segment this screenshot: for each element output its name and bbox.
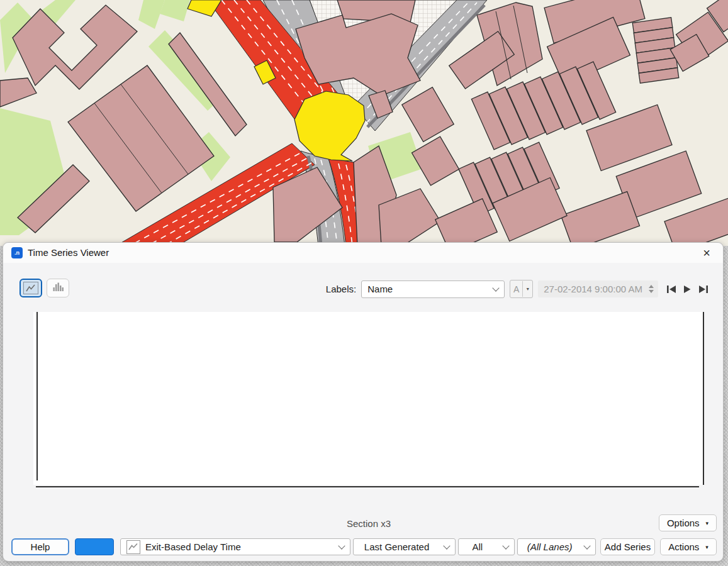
chart-plot-area[interactable] xyxy=(33,312,704,485)
line-chart-icon xyxy=(23,282,38,294)
chevron-down-icon xyxy=(338,542,345,549)
close-icon[interactable]: × xyxy=(698,244,715,262)
chevron-down-icon xyxy=(502,542,509,549)
actions-button[interactable]: Actions ▾ xyxy=(660,538,717,555)
spin-up-icon[interactable] xyxy=(649,285,654,288)
map-view[interactable] xyxy=(0,0,728,246)
toolbar-right: Labels: Name A ▾ 27-02-2014 9:00:00 AM xyxy=(326,280,709,298)
series-color-swatch-button[interactable] xyxy=(75,538,114,555)
time-series-viewer-dialog: .n Time Series Viewer × xyxy=(3,242,724,562)
datetime-field[interactable]: 27-02-2014 9:00:00 AM xyxy=(538,280,658,297)
options-label: Options xyxy=(667,518,700,528)
add-series-label: Add Series xyxy=(605,541,651,552)
chart-type-toggle-group xyxy=(20,279,69,297)
y-axis-line xyxy=(36,312,38,480)
dialog-title: Time Series Viewer xyxy=(28,247,109,258)
datetime-spinner[interactable] xyxy=(646,285,656,293)
dropdown-arrow-icon: ▾ xyxy=(706,520,709,526)
interval-letter: A xyxy=(510,284,522,294)
help-button[interactable]: Help xyxy=(11,538,69,555)
play-button[interactable] xyxy=(681,284,693,295)
options-button[interactable]: Options ▾ xyxy=(659,514,717,531)
app-icon: .n xyxy=(11,247,23,258)
datetime-value: 27-02-2014 9:00:00 AM xyxy=(544,284,642,294)
dialog-titlebar[interactable]: .n Time Series Viewer × xyxy=(3,243,723,263)
playback-controls xyxy=(665,284,709,295)
interval-split-button[interactable]: A ▾ xyxy=(510,280,533,298)
line-chart-toggle-button[interactable] xyxy=(20,279,42,297)
skip-to-end-button[interactable] xyxy=(697,284,709,295)
labels-combobox[interactable]: Name xyxy=(361,280,505,298)
dropdown-arrow-icon: ▾ xyxy=(705,544,708,550)
dropdown-arrow-icon: ▾ xyxy=(523,286,532,292)
skip-to-start-icon xyxy=(666,285,677,294)
skip-to-start-button[interactable] xyxy=(665,284,678,295)
aggregation-combobox[interactable]: All xyxy=(458,538,515,555)
x-axis-label: Section x3 xyxy=(33,518,704,529)
series-type-value: Exit-Based Delay Time xyxy=(145,541,241,552)
x-axis-line xyxy=(36,486,699,487)
chevron-down-icon xyxy=(583,542,590,549)
chevron-down-icon xyxy=(493,284,500,291)
skip-to-end-icon xyxy=(698,285,708,294)
bar-chart-icon xyxy=(52,282,64,294)
data-source-combobox[interactable]: Last Generated xyxy=(353,538,456,555)
data-source-value: Last Generated xyxy=(364,541,429,552)
lanes-combobox[interactable]: (All Lanes) xyxy=(517,538,596,555)
spin-down-icon[interactable] xyxy=(649,290,654,293)
plot-right-border xyxy=(703,312,704,485)
lanes-value: (All Lanes) xyxy=(527,541,573,552)
screen: { "window": { "title": "Time Series View… xyxy=(0,0,728,566)
add-series-button[interactable]: Add Series xyxy=(600,538,655,555)
help-label: Help xyxy=(31,541,50,552)
labels-label: Labels: xyxy=(326,284,356,294)
chevron-down-icon xyxy=(443,542,450,549)
labels-combobox-value: Name xyxy=(367,284,393,294)
aggregation-value: All xyxy=(472,541,483,552)
series-type-combobox[interactable]: Exit-Based Delay Time xyxy=(120,538,350,555)
line-chart-icon xyxy=(126,540,140,554)
bar-chart-toggle-button[interactable] xyxy=(47,279,69,297)
actions-label: Actions xyxy=(668,541,699,552)
play-icon xyxy=(683,285,692,294)
